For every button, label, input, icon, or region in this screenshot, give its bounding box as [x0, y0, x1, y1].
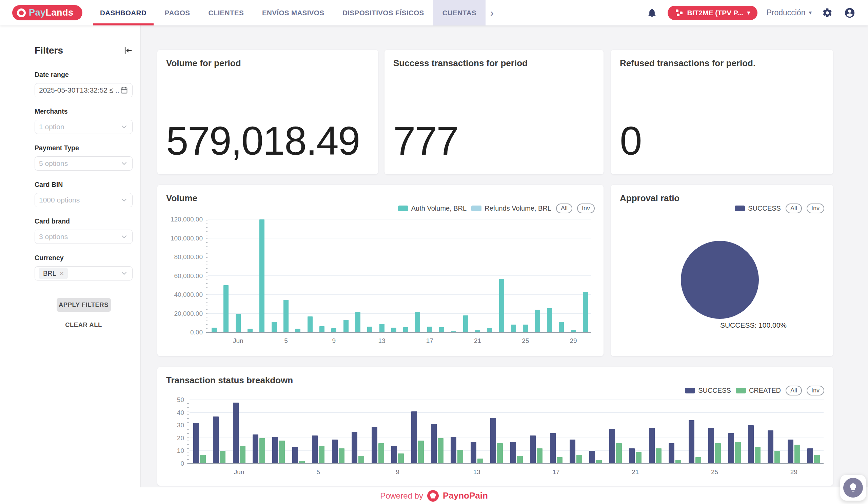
x-axis-label: 21 — [474, 337, 481, 344]
legend-entry-refunds-volume-brl[interactable]: Refunds Volume, BRL — [471, 205, 551, 212]
y-axis-label: 20 — [143, 434, 184, 442]
merchant-selector-button[interactable]: BIT2ME (TPV P... ▾ — [668, 6, 758, 20]
collapse-sidebar-icon[interactable] — [122, 45, 133, 55]
y-axis-label: 30 — [143, 422, 184, 429]
bar-success-jun-30 — [807, 449, 813, 464]
filter-label-merchants: Merchants — [34, 107, 133, 115]
x-axis-line — [187, 463, 824, 464]
account-avatar-icon[interactable] — [843, 6, 857, 20]
bar-series — [189, 400, 824, 464]
apply-filters-button[interactable]: APPLY FILTERS — [56, 298, 111, 312]
bar-created-jun-6 — [339, 449, 344, 464]
bar-success-jun-21 — [629, 449, 635, 464]
chevron-down-icon — [120, 196, 128, 204]
bar-auth-volume-brl-jun-30 — [583, 292, 588, 332]
approval-ratio-card: Approval ratio SUCCESSAllInv SUCCESS: 10… — [611, 185, 833, 356]
footer: Powered by PaynoPain — [0, 487, 868, 504]
environment-selector[interactable]: Producción ▾ — [766, 8, 812, 17]
bar-created-jun-27 — [755, 447, 761, 464]
bar-auth-volume-brl-jun-27 — [547, 308, 552, 332]
bar-success-jun-24 — [689, 420, 694, 464]
stat-value: 777 — [393, 118, 458, 164]
bar-auth-volume-brl-jun-16 — [415, 312, 420, 332]
x-axis-label: 17 — [553, 469, 560, 476]
volume-chart-card: Volume Auth Volume, BRLRefunds Volume, B… — [157, 185, 603, 356]
legend-swatch — [736, 388, 746, 393]
x-axis-label: 5 — [317, 469, 320, 476]
nav-item-clientes[interactable]: CLIENTES — [199, 0, 253, 25]
select-currency[interactable]: BRL× — [34, 266, 133, 280]
status-breakdown-card: Transaction status breakdown SUCCESSCREA… — [157, 367, 833, 486]
paylands-logo-icon — [17, 9, 26, 17]
bar-success-jun-10 — [411, 411, 417, 464]
bar-success-jun-4 — [292, 447, 298, 464]
remove-chip-icon[interactable]: × — [60, 269, 64, 277]
bar-created-jun-2 — [259, 438, 265, 464]
legend-inv-pill[interactable]: Inv — [577, 204, 595, 213]
nav-overflow-chevron-icon[interactable]: › — [486, 0, 498, 25]
bar-auth-volume-brl-may-31 — [224, 285, 228, 332]
bar-auth-volume-brl-jun-11 — [355, 312, 360, 332]
paylands-logo[interactable]: PayLands — [12, 5, 82, 20]
legend-entry-auth-volume-brl[interactable]: Auth Volume, BRL — [398, 205, 466, 212]
select-card-bin[interactable]: 1000 options — [34, 193, 133, 207]
clear-all-button[interactable]: CLEAR ALL — [65, 321, 102, 329]
legend-swatch — [685, 388, 695, 393]
bar-auth-volume-brl-jun-8 — [319, 326, 324, 332]
bar-created-jun-20 — [616, 443, 622, 464]
bar-success-jun-12 — [451, 437, 456, 464]
bar-created-jun-3 — [279, 441, 285, 464]
legend-all-pill[interactable]: All — [556, 204, 572, 213]
y-axis-label: 0.00 — [162, 329, 203, 336]
y-axis-label: 100,000.00 — [162, 235, 203, 242]
bar-success-jun-25 — [708, 428, 714, 464]
y-axis-label: 40 — [143, 409, 184, 416]
legend-entry-success[interactable]: SUCCESS — [735, 205, 781, 212]
legend-inv-pill[interactable]: Inv — [807, 204, 824, 213]
filter-label-card-brand: Card brand — [34, 217, 133, 225]
legend-inv-pill[interactable]: Inv — [807, 385, 824, 395]
bar-created-jun-17 — [557, 457, 562, 464]
stat-value: 579,018.49 — [166, 118, 360, 164]
chevron-down-icon — [120, 269, 128, 277]
nav-item-cuentas[interactable]: CUENTAS — [433, 0, 486, 25]
bar-auth-volume-brl-jun-26 — [535, 310, 540, 332]
stat-title: Refused transactions for period. — [620, 58, 755, 69]
x-axis-label: 25 — [522, 337, 529, 344]
nav-item-dashboard[interactable]: DASHBOARD — [91, 0, 156, 25]
legend-all-pill[interactable]: All — [786, 204, 802, 213]
bar-created-jun-22 — [656, 449, 662, 464]
date-range-input[interactable]: 2025-05-30T13:32:52 ≤ ... — [34, 83, 133, 97]
bar-success-jun-6 — [332, 440, 338, 464]
notifications-bell-icon[interactable] — [645, 6, 659, 20]
x-axis-label: 29 — [790, 469, 797, 476]
nav-item-pagos[interactable]: PAGOS — [156, 0, 199, 25]
bar-created-jun-1 — [240, 446, 246, 464]
dashboard-main: Volume for period579,018.49Success trans… — [141, 25, 868, 504]
nav-item-dispositivos-f-sicos[interactable]: DISPOSITIVOS FÍSICOS — [333, 0, 433, 25]
select-card-brand[interactable]: 3 options — [34, 230, 133, 244]
nav-item-env-os-masivos[interactable]: ENVÍOS MASIVOS — [253, 0, 333, 25]
calendar-icon — [120, 86, 128, 94]
legend-entry-success[interactable]: SUCCESS — [685, 387, 731, 394]
x-axis-label: 13 — [473, 469, 480, 476]
filter-label-card-bin: Card BIN — [34, 181, 133, 188]
x-axis-label: 9 — [396, 469, 400, 476]
select-payment-type[interactable]: 5 options — [34, 156, 133, 171]
filters-title: Filters — [34, 45, 63, 56]
legend-entry-created[interactable]: CREATED — [736, 387, 781, 394]
settings-gear-icon[interactable] — [820, 6, 834, 20]
caret-down-icon: ▾ — [747, 9, 750, 16]
chevron-down-icon — [120, 160, 128, 167]
select-merchants[interactable]: 1 option — [34, 120, 133, 134]
legend-all-pill[interactable]: All — [786, 385, 802, 395]
bar-created-jun-26 — [735, 442, 741, 464]
bar-auth-volume-brl-jun-17 — [427, 327, 432, 332]
legend-swatch — [398, 206, 408, 211]
help-widget-button[interactable] — [840, 475, 866, 501]
bar-created-jun-14 — [497, 443, 503, 464]
chip-brl: BRL× — [39, 268, 68, 279]
bar-auth-volume-brl-jun-5 — [283, 300, 289, 332]
bar-created-may-31 — [220, 451, 226, 464]
bar-success-jun-28 — [768, 430, 773, 464]
